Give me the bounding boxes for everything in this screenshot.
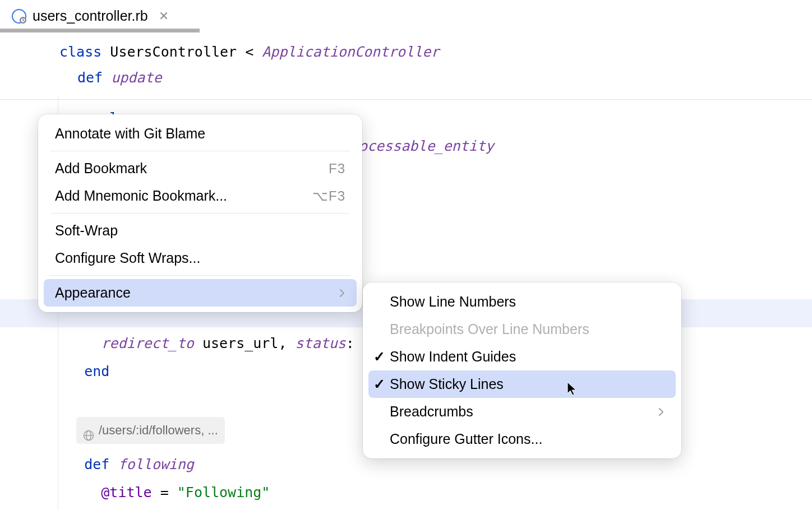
menu-item-show-sticky-lines[interactable]: ✓ Show Sticky Lines [368, 370, 676, 398]
menu-item-appearance[interactable]: Appearance [44, 279, 357, 307]
sticky-lines-header[interactable]: class UsersController < ApplicationContr… [0, 33, 812, 100]
code-line[interactable]: @title = "Following" [50, 479, 812, 507]
menu-item-show-indent-guides[interactable]: ✓ Show Indent Guides [368, 343, 676, 370]
menu-item-configure-gutter-icons[interactable]: Configure Gutter Icons... [368, 425, 676, 453]
check-icon: ✓ [371, 376, 387, 392]
close-tab-icon[interactable] [157, 7, 170, 26]
shortcut-label: ⌥F3 [312, 188, 345, 204]
menu-item-show-line-numbers[interactable]: Show Line Numbers [368, 288, 676, 316]
chevron-right-icon [339, 285, 345, 301]
globe-icon [83, 425, 94, 436]
shortcut-label: F3 [329, 161, 345, 177]
menu-separator [50, 275, 350, 276]
editor-context-menu: Annotate with Git Blame Add Bookmark F3 … [38, 114, 362, 312]
route-annotation-text: /users/:id/followers, ... [99, 418, 218, 443]
menu-item-add-mnemonic-bookmark[interactable]: Add Mnemonic Bookmark... ⌥F3 [44, 182, 357, 210]
ruby-file-icon [11, 8, 27, 24]
menu-item-soft-wrap[interactable]: Soft-Wrap [44, 217, 357, 244]
mouse-cursor-icon [566, 381, 579, 399]
editor-tab[interactable]: users_controller.rb [0, 0, 179, 32]
appearance-submenu: Show Line Numbers Breakpoints Over Line … [363, 282, 681, 458]
check-icon: ✓ [371, 349, 387, 365]
tab-title: users_controller.rb [33, 8, 148, 24]
active-tab-indicator [0, 29, 200, 33]
sticky-line[interactable]: class UsersController < ApplicationContr… [50, 39, 812, 65]
menu-item-annotate-git-blame[interactable]: Annotate with Git Blame [44, 120, 357, 147]
sticky-line[interactable]: def update [50, 65, 812, 91]
chevron-right-icon [658, 404, 665, 420]
menu-separator [50, 213, 350, 214]
menu-item-breakpoints-over-line-numbers: Breakpoints Over Line Numbers [368, 316, 676, 343]
menu-item-breadcrumbs[interactable]: Breadcrumbs [368, 398, 676, 425]
menu-separator [50, 151, 350, 151]
menu-item-configure-soft-wraps[interactable]: Configure Soft Wraps... [44, 244, 357, 272]
menu-item-add-bookmark[interactable]: Add Bookmark F3 [44, 155, 357, 182]
editor-tab-bar: users_controller.rb [0, 0, 812, 33]
